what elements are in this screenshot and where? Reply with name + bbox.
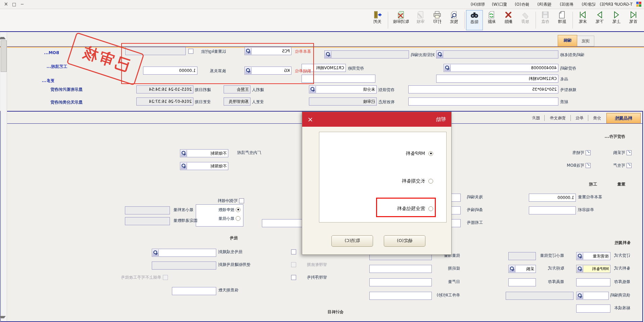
sellable-checkbox[interactable] — [586, 150, 591, 155]
close-icon[interactable]: × — [306, 115, 315, 124]
code-class-input[interactable] — [436, 50, 558, 58]
producible-checkbox[interactable] — [627, 163, 632, 168]
tab-qualification-files[interactable]: 资格文件 — [546, 113, 569, 123]
box-volume-input[interactable] — [529, 206, 576, 214]
link-show-unclassified[interactable]: 显示无分类的存货 — [50, 99, 83, 105]
menu-window[interactable]: 窗口(W) — [490, 0, 509, 9]
daily-output-input[interactable] — [369, 278, 432, 286]
tab-browse[interactable]: 浏览 — [577, 36, 594, 46]
batch-rule-input[interactable] — [152, 249, 216, 257]
material-input[interactable] — [408, 97, 558, 106]
manage-batch-checkbox[interactable] — [291, 249, 296, 254]
link-show-pictured[interactable]: 显示有图片的存货 — [50, 87, 83, 92]
lookup-icon[interactable] — [245, 48, 251, 54]
tab-unit[interactable]: 单位 — [572, 113, 587, 123]
pay-by-weight-checkbox[interactable] — [188, 49, 193, 54]
inv-code-input[interactable]: 4004000008 — [444, 64, 558, 72]
ok-button[interactable]: 确定(O) — [384, 235, 425, 247]
lookup-icon[interactable] — [509, 266, 515, 272]
backflush-checkbox[interactable] — [239, 198, 244, 203]
menu-help[interactable]: 帮助(H) — [469, 0, 487, 9]
supplier-code-input[interactable] — [576, 292, 609, 300]
scroll-up-icon[interactable] — [0, 34, 6, 39]
inv-level-input[interactable]: 未分级 — [309, 85, 377, 93]
link-process[interactable]: 工艺流程... — [46, 64, 67, 70]
link-bom[interactable]: BOM... — [44, 50, 59, 55]
scrollbar-thumb[interactable] — [1, 40, 7, 72]
preview-button[interactable]: 预览 — [446, 10, 462, 30]
producible-label: 可生产 — [613, 161, 625, 170]
lookup-icon[interactable] — [577, 253, 583, 259]
acquire-mode-input[interactable]: 采购 — [508, 265, 536, 273]
abandon-button: 放弃 — [517, 10, 533, 30]
refresh-button[interactable]: 刷新 — [484, 10, 500, 30]
min-batch-radio[interactable] — [236, 216, 240, 221]
close-form-button[interactable]: 关闭 — [369, 10, 385, 30]
std-cost-input[interactable] — [576, 305, 610, 313]
filter-button[interactable]: 筛选 — [466, 10, 483, 30]
lookup-icon[interactable] — [245, 67, 251, 74]
menu-tgroup-erp[interactable]: T-GROUP ERP(E) — [598, 0, 635, 9]
lookup-icon[interactable] — [577, 266, 583, 272]
minimize-button[interactable]: ─ — [18, 1, 26, 8]
link-more[interactable]: 更多... — [42, 78, 54, 84]
cancel-button[interactable]: 取消(C) — [331, 235, 373, 247]
menu-interface[interactable]: 界面(E) — [558, 0, 576, 9]
cancel-audit-button[interactable]: 取消审核 — [390, 10, 412, 30]
delete-button[interactable]: 删除 — [500, 10, 516, 30]
menu-record[interactable]: 记录(R) — [580, 0, 598, 9]
purchasable-checkbox[interactable] — [627, 150, 632, 155]
first-record-button[interactable]: 首笔 — [625, 10, 641, 30]
tab-item-properties[interactable]: 料品属性 — [606, 113, 641, 124]
tab-separator — [544, 115, 545, 121]
spec-input[interactable]: 250*240*35 — [408, 85, 558, 93]
maximize-button[interactable]: □ — [10, 1, 18, 8]
item-name-input[interactable]: CR12MOV精料 — [436, 75, 558, 83]
lookup-icon[interactable] — [181, 150, 187, 157]
last-record-button[interactable]: 末笔 — [575, 10, 591, 30]
spec-label: 规格型号 — [560, 85, 576, 94]
by-requisition-radio[interactable] — [236, 207, 240, 212]
lookup-icon[interactable] — [444, 65, 451, 71]
prev-record-button[interactable]: 上笔 — [608, 10, 625, 30]
dialog-title-bar[interactable]: 帮助 × — [302, 112, 451, 127]
next-record-button[interactable]: 下笔 — [592, 10, 608, 30]
mrp-prepare-radio[interactable] — [428, 151, 433, 156]
lookup-icon[interactable] — [577, 292, 583, 299]
manage-serial-checkbox[interactable] — [291, 275, 296, 280]
lead-time-input[interactable] — [369, 265, 432, 273]
sellable-label: 可销售 — [572, 148, 584, 157]
new-button[interactable]: 新增 — [554, 10, 570, 30]
min-stock-input[interactable] — [576, 278, 610, 286]
trade-unit-input[interactable]: KG — [244, 67, 291, 75]
barcode-label: 条码编号 — [466, 205, 483, 214]
print-button[interactable]: 打印 — [429, 10, 445, 30]
prepare-mode-input[interactable]: MRP备料 — [576, 265, 610, 273]
conversion-input[interactable]: 1.00000 — [143, 67, 197, 75]
base-unit-input[interactable]: PCS — [244, 47, 291, 55]
lookup-icon[interactable] — [325, 51, 331, 58]
tab-edit[interactable]: 编辑 — [558, 35, 577, 47]
scroll-down-icon[interactable] — [0, 316, 6, 321]
tab-picture[interactable]: 图片 — [528, 113, 543, 123]
vertical-scrollbar[interactable] — [1, 32, 7, 321]
lookup-icon[interactable] — [181, 163, 187, 169]
max-stock-input[interactable] — [508, 278, 536, 286]
level-code-input[interactable] — [324, 50, 409, 58]
order-mode-input[interactable]: 按需求量 — [576, 252, 610, 260]
tab-classification[interactable]: 分类 — [590, 113, 604, 123]
menu-operate[interactable]: 操作(O) — [513, 0, 531, 9]
manage-expiry-checkbox — [291, 262, 296, 267]
shelf-days-input[interactable] — [172, 287, 216, 295]
lookup-icon[interactable] — [310, 86, 316, 93]
window-close-button[interactable]: × — [2, 1, 10, 8]
lookup-icon[interactable] — [152, 249, 159, 256]
unit-time-input[interactable] — [369, 292, 432, 300]
factory-flow-input-1[interactable]: 不做限制 — [180, 149, 228, 157]
long-lead-prepare-radio[interactable] — [428, 179, 433, 184]
factory-flow-input-2[interactable]: 不做限制 — [180, 162, 228, 170]
unit-weight-input[interactable]: 1.00000 — [529, 194, 576, 202]
min-issue-input — [125, 206, 170, 214]
bom-linkable-checkbox[interactable] — [586, 163, 591, 168]
menu-report[interactable]: 报表(R) — [535, 0, 553, 9]
